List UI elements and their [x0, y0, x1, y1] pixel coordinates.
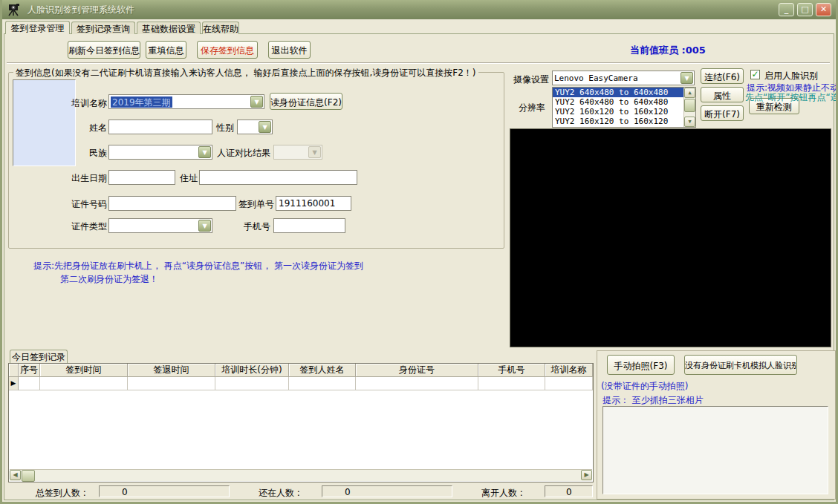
chevron-down-icon[interactable]: ▼	[198, 146, 211, 158]
records-table[interactable]: 序号 签到时间 签退时间 培训时长(分钟) 签到人姓名 身份证号 手机号 培训名…	[8, 363, 594, 482]
ethnicity-label: 民族	[71, 147, 107, 160]
toolbar-separator	[7, 62, 830, 64]
training-name-label: 培训名称	[65, 97, 107, 110]
column-header[interactable]: 序号	[19, 364, 40, 377]
column-header[interactable]: 签到人姓名	[289, 364, 356, 377]
camera-device-combo[interactable]: Lenovo EasyCamera ▼	[552, 71, 695, 85]
resolution-item[interactable]: YUY2 160x120 to 160x120	[553, 107, 684, 117]
properties-button[interactable]: 属性	[701, 87, 744, 102]
face-compare-label: 人证对比结果	[217, 147, 270, 160]
column-header[interactable]: 签到时间	[40, 364, 128, 377]
signin-no-label: 签到单号	[238, 198, 274, 211]
chevron-down-icon[interactable]: ▼	[681, 72, 693, 84]
exit-button[interactable]: 退出软件	[268, 41, 311, 59]
tab-signin-manage[interactable]: 签到登录管理	[5, 21, 70, 34]
scrollbar-thumb[interactable]	[684, 99, 695, 112]
app-window: 人脸识别签到管理系统软件 _ □ ✕ 签到登录管理 签到记录查询 基础数据设置 …	[0, 0, 838, 504]
signin-hint-line2: 第二次刷身份证为签退！	[60, 273, 158, 286]
id-type-combo[interactable]: ▼	[108, 218, 212, 233]
chevron-down-icon[interactable]: ▼	[250, 96, 263, 108]
scroll-up-icon[interactable]: ▲	[684, 88, 695, 98]
present-count-value: 0	[322, 485, 452, 497]
resolution-listbox[interactable]: YUY2 640x480 to 640x480 YUY2 640x480 to …	[552, 87, 696, 128]
face-recognition-checkbox-label: 启用人脸识别	[764, 70, 818, 82]
training-name-value: 2019年第三期	[111, 96, 172, 108]
capture-note: (没带证件的手动拍照)	[601, 380, 688, 393]
face-recognition-checkbox[interactable]: ✓	[750, 70, 760, 79]
tab-record-query[interactable]: 签到记录查询	[71, 22, 135, 34]
save-signin-button[interactable]: 保存签到信息	[197, 41, 258, 59]
column-header[interactable]: 身份证号	[356, 364, 478, 377]
resolution-item[interactable]: YUY2 640x480 to 640x480	[553, 88, 684, 97]
resolution-scrollbar[interactable]: ▲ ▼	[683, 88, 695, 127]
name-label: 姓名	[71, 122, 107, 134]
refresh-today-button[interactable]: 刷新今日签到信息	[68, 41, 140, 59]
total-signin-value: 0	[99, 485, 230, 497]
records-table-header: 序号 签到时间 签退时间 培训时长(分钟) 签到人姓名 身份证号 手机号 培训名…	[9, 364, 593, 377]
captured-photos-area	[602, 406, 828, 494]
resolution-item[interactable]: YUY2 320x240 to 320x240	[553, 126, 684, 128]
scrollbar-thumb[interactable]	[22, 470, 35, 482]
current-row-indicator: ▶	[9, 377, 19, 390]
birth-date-input[interactable]	[108, 170, 175, 185]
left-count-label: 离开人数 :	[481, 487, 523, 500]
camera-video-preview	[510, 128, 831, 347]
current-operator-label: 当前值班员 :005	[630, 44, 706, 57]
ethnicity-combo[interactable]: ▼	[108, 145, 212, 160]
chevron-down-icon[interactable]: ▼	[259, 121, 271, 133]
simulate-face-recognition-button[interactable]: 没有身份证刷卡机模拟人脸识别	[684, 355, 797, 375]
address-input[interactable]	[199, 170, 357, 185]
total-signin-label: 总签到人数 :	[36, 487, 86, 500]
scroll-left-icon[interactable]: ◀	[10, 470, 21, 480]
capture-hint: 提示： 至少抓拍三张相片	[602, 394, 704, 407]
today-records-tab[interactable]: 今日签到记录	[10, 350, 68, 363]
address-label: 住址	[178, 172, 198, 185]
resolution-label: 分辨率	[519, 102, 545, 114]
signin-no-input[interactable]	[276, 196, 351, 211]
refill-info-button[interactable]: 重填信息	[146, 41, 186, 59]
records-hscrollbar[interactable]: ◀ ▶	[10, 469, 592, 481]
signin-group-title: 签到信息(如果没有二代证刷卡机请直接输入来访客人信息， 输好后直接点上面的保存按…	[13, 67, 478, 79]
tab-online-help[interactable]: 在线帮助	[202, 22, 239, 34]
id-number-input[interactable]	[108, 196, 236, 211]
camera-device-value: Lenovo EasyCamera	[554, 73, 679, 84]
id-type-label: 证件类型	[71, 220, 107, 233]
disconnect-button[interactable]: 断开(F7)	[701, 105, 744, 121]
scroll-right-icon[interactable]: ▶	[581, 470, 592, 480]
column-header[interactable]: 培训名称	[545, 364, 593, 377]
gender-combo[interactable]: ▼	[237, 120, 273, 134]
read-id-card-button[interactable]: 读身份证信息(F2)	[270, 93, 342, 110]
camera-hint-line2: 先点“断开”按钮再点“连结	[745, 91, 838, 104]
training-name-combo[interactable]: 2019年第三期 ▼	[108, 94, 264, 109]
resolution-item[interactable]: YUY2 160x120 to 160x120	[553, 117, 684, 126]
name-input[interactable]	[108, 120, 212, 134]
column-header[interactable]: 签退时间	[128, 364, 215, 377]
chevron-down-icon: ▼	[308, 146, 321, 158]
birth-date-label: 出生日期	[71, 172, 107, 185]
signin-hint-line1: 提示:先把身份证放在刷卡机上， 再点“读身份证信息”按钮， 第一次读身份证为签到	[33, 260, 363, 272]
connect-button[interactable]: 连结(F6)	[701, 68, 744, 84]
gender-label: 性别	[215, 122, 234, 134]
indicator-column-header	[9, 364, 19, 377]
present-count-label: 还在人数 :	[259, 487, 300, 500]
id-number-label: 证件号码	[71, 198, 107, 211]
photo-preview-box	[13, 79, 76, 166]
chevron-down-icon[interactable]: ▼	[198, 220, 211, 232]
resolution-item[interactable]: YUY2 640x480 to 640x480	[553, 97, 684, 107]
left-count-value: 0	[545, 485, 593, 497]
tab-base-data[interactable]: 基础数据设置	[137, 22, 201, 34]
phone-label: 手机号	[244, 220, 270, 233]
manual-photo-button[interactable]: 手动拍照(F3)	[607, 355, 675, 375]
phone-input[interactable]	[273, 218, 345, 233]
scroll-down-icon[interactable]: ▼	[684, 117, 695, 127]
table-row[interactable]: ▶	[9, 377, 593, 390]
face-compare-combo: ▼	[273, 145, 322, 160]
column-header[interactable]: 培训时长(分钟)	[215, 364, 289, 377]
column-header[interactable]: 手机号	[478, 364, 545, 377]
camera-setting-label: 摄像设置	[513, 73, 549, 86]
